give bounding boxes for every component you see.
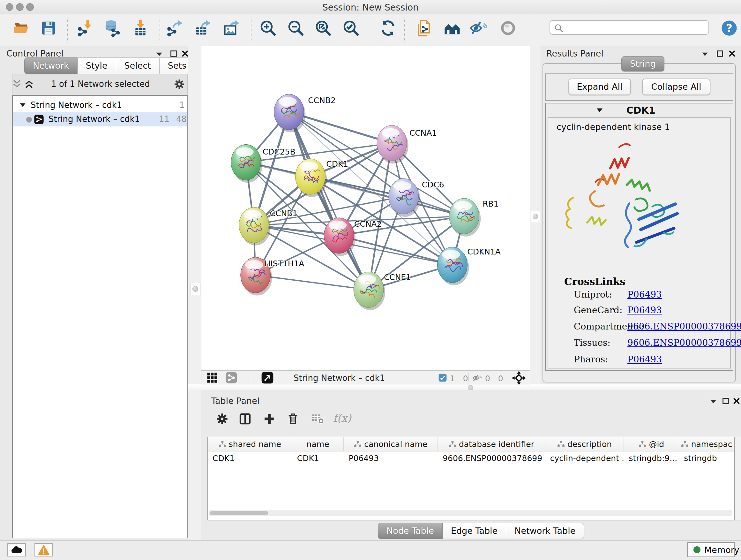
- right-splitter-handle[interactable]: [531, 211, 540, 222]
- left-splitter-handle[interactable]: [190, 283, 200, 295]
- column-header-shared-name[interactable]: shared name: [208, 437, 292, 451]
- crosslink-link[interactable]: 9606.ENSP00000378699: [627, 321, 741, 332]
- entry-collapse-icon[interactable]: [596, 107, 604, 114]
- tab-string[interactable]: String: [621, 56, 664, 71]
- tab-edge-table[interactable]: Edge Table: [443, 523, 506, 539]
- node-CCNB2[interactable]: [274, 94, 306, 132]
- grid-view-icon[interactable]: [207, 372, 218, 383]
- selected-checkbox-icon[interactable]: [439, 374, 447, 382]
- table-options-gear-icon[interactable]: [216, 413, 228, 425]
- save-session-icon[interactable]: [40, 19, 57, 37]
- results-panel-close-icon[interactable]: [728, 50, 736, 57]
- tab-select[interactable]: Select: [116, 57, 159, 74]
- node-CCNA2[interactable]: [324, 218, 355, 256]
- memory-status-dot: [693, 546, 700, 553]
- node-CCNB1[interactable]: [239, 207, 271, 246]
- hidden-eye-icon[interactable]: [472, 373, 482, 383]
- column-header-database-identifier[interactable]: database identifier: [438, 437, 545, 451]
- column-header-name[interactable]: name: [292, 437, 344, 451]
- return-to-gallery-icon[interactable]: [444, 19, 461, 37]
- zoom-fit-icon[interactable]: [315, 19, 332, 37]
- network-graph[interactable]: CCNB2CCNA1CDC25BCDK1CDC6RB1CCNB1CCNA2CDK…: [201, 46, 530, 370]
- table-cell[interactable]: CDK1: [292, 451, 344, 465]
- import-network-file-icon[interactable]: [77, 19, 94, 37]
- hscroll-thumb[interactable]: [210, 511, 268, 515]
- open-in-window-icon[interactable]: [261, 371, 274, 384]
- refresh-icon[interactable]: [380, 19, 397, 37]
- network-view-icon[interactable]: [225, 372, 238, 384]
- horizontal-splitter[interactable]: [188, 384, 741, 390]
- search-input[interactable]: [567, 22, 705, 33]
- table-row[interactable]: CDK1CDK1P064939606.ENSP00000378699cyclin…: [208, 451, 734, 465]
- table-panel-float-icon[interactable]: [722, 397, 730, 405]
- table-vscrollbar[interactable]: [735, 437, 741, 520]
- new-network-from-selection-icon[interactable]: [415, 19, 432, 37]
- table-cell[interactable]: cyclin-dependent ...: [545, 451, 624, 465]
- zoom-in-icon[interactable]: [259, 19, 277, 37]
- control-panel-menu-icon[interactable]: [155, 51, 163, 57]
- control-panel-close-icon[interactable]: [181, 50, 189, 57]
- crosslink-link[interactable]: P06493: [627, 305, 662, 315]
- export-image-icon[interactable]: [223, 19, 240, 37]
- column-header--id[interactable]: @id: [624, 437, 679, 451]
- delete-table-icon[interactable]: [312, 413, 324, 425]
- column-header-namespac[interactable]: namespac: [679, 437, 734, 451]
- column-header-description[interactable]: description: [545, 437, 624, 451]
- collapse-all-icon[interactable]: [11, 78, 22, 89]
- export-network-icon[interactable]: [166, 19, 184, 37]
- import-table-icon[interactable]: [132, 19, 149, 37]
- crosslink-link[interactable]: P06493: [627, 354, 662, 365]
- network-row-selected[interactable]: String Network – cdk1 11 48: [13, 112, 187, 126]
- import-network-database-icon[interactable]: [104, 19, 121, 37]
- zoom-selected-icon[interactable]: [342, 19, 360, 37]
- node-CDC25B[interactable]: [231, 144, 263, 183]
- warning-button[interactable]: [35, 543, 53, 557]
- network-collection-row[interactable]: String Network – cdk1 1: [13, 98, 187, 112]
- tab-network[interactable]: Network: [24, 57, 77, 74]
- tab-style[interactable]: Style: [77, 57, 116, 74]
- birds-eye-toggle-icon[interactable]: [512, 371, 526, 385]
- table-cell[interactable]: 9606.ENSP00000378699: [438, 451, 545, 465]
- edge-HIST1H1A-CCNE1[interactable]: [256, 275, 368, 290]
- crosslink-link[interactable]: P06493: [627, 289, 662, 300]
- table-cell[interactable]: CDK1: [208, 451, 292, 465]
- control-panel-float-icon[interactable]: [170, 50, 178, 57]
- network-options-gear-icon[interactable]: [174, 78, 185, 90]
- collapse-all-button[interactable]: Collapse All: [642, 78, 711, 95]
- node-CDK1[interactable]: [295, 159, 327, 197]
- table-panel-close-icon[interactable]: [733, 397, 740, 405]
- help-icon[interactable]: ?: [721, 19, 738, 37]
- zoom-out-icon[interactable]: [287, 19, 305, 37]
- table-panel-menu-icon[interactable]: [709, 398, 718, 405]
- cloud-button[interactable]: [7, 543, 26, 557]
- crosslink-link[interactable]: 9606.ENSP00000378699: [627, 337, 741, 348]
- memory-button[interactable]: Memory: [687, 542, 735, 557]
- expand-all-icon[interactable]: [23, 78, 35, 89]
- open-file-icon[interactable]: [12, 19, 30, 37]
- node-CDC6[interactable]: [389, 179, 420, 217]
- network-canvas[interactable]: CCNB2CCNA1CDC25BCDK1CDC6RB1CCNB1CCNA2CDK…: [201, 46, 530, 370]
- table-cell[interactable]: stringdb:9...: [624, 451, 679, 465]
- tree-expand-icon[interactable]: [19, 102, 26, 108]
- show-all-icon[interactable]: [499, 19, 517, 37]
- column-header-canonical-name[interactable]: canonical name: [344, 437, 438, 451]
- export-table-icon[interactable]: [194, 19, 211, 37]
- node-RB1[interactable]: [449, 198, 481, 237]
- hide-selected-icon[interactable]: [470, 19, 487, 37]
- node-CCNE1[interactable]: [354, 272, 385, 310]
- delete-column-icon[interactable]: [286, 412, 299, 425]
- results-panel-menu-icon[interactable]: [701, 51, 709, 57]
- function-builder-icon[interactable]: f(x): [333, 412, 351, 424]
- table-cell[interactable]: stringdb: [679, 451, 734, 465]
- show-columns-icon[interactable]: [239, 413, 252, 425]
- table-cell[interactable]: P06493: [344, 451, 438, 465]
- expand-all-button[interactable]: Expand All: [568, 78, 631, 95]
- node-CCNA1[interactable]: [377, 125, 408, 164]
- tab-node-table[interactable]: Node Table: [378, 523, 443, 539]
- node-CDKN1A[interactable]: [437, 247, 469, 286]
- table-hscrollbar[interactable]: [209, 510, 732, 516]
- tab-network-table[interactable]: Network Table: [506, 523, 584, 539]
- results-panel-float-icon[interactable]: [716, 50, 724, 57]
- crosslink-row: Compartments:9606.ENSP00000378699: [574, 321, 733, 334]
- add-column-icon[interactable]: [263, 413, 276, 425]
